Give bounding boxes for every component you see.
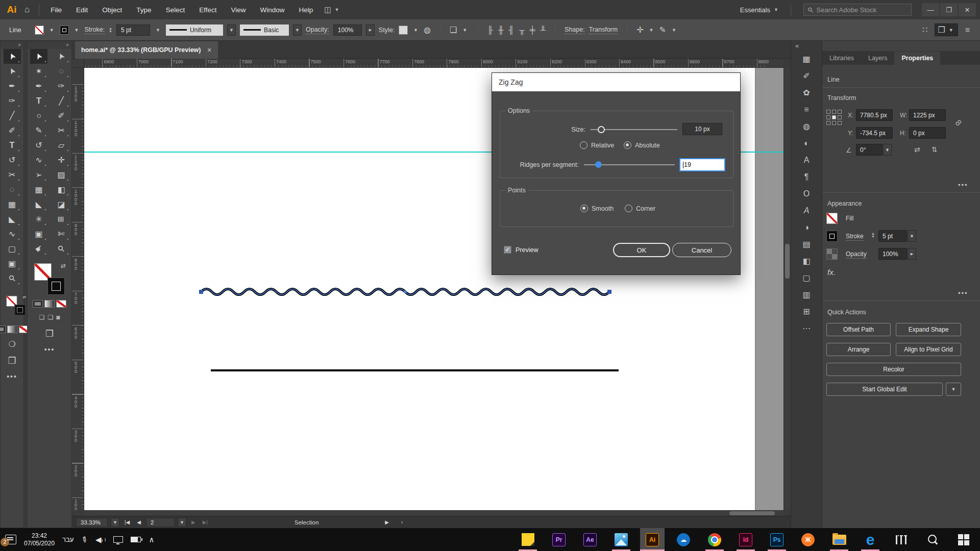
chevron-down-icon[interactable]: ▼ bbox=[648, 28, 655, 33]
stroke-weight-value[interactable]: 5 pt bbox=[116, 24, 150, 36]
menu-object[interactable]: Object bbox=[96, 4, 128, 16]
selection-tool[interactable]: ➤ bbox=[30, 49, 47, 64]
mesh-tool[interactable]: ▦ bbox=[4, 197, 21, 212]
straight-line-artwork[interactable] bbox=[211, 369, 619, 371]
more-panels-icon[interactable]: ⋯ bbox=[798, 324, 815, 333]
zoom-tool[interactable]: ⚲ bbox=[4, 271, 21, 286]
layers-panel-icon[interactable]: ▥ bbox=[798, 291, 815, 299]
battery-icon[interactable] bbox=[131, 537, 141, 542]
color-mode-button[interactable] bbox=[33, 300, 43, 308]
cancel-button[interactable]: Cancel bbox=[672, 243, 731, 257]
sticky-notes-taskbar-button[interactable] bbox=[516, 528, 540, 551]
menu-help[interactable]: Help bbox=[292, 4, 319, 16]
xampp-taskbar-button[interactable]: Ж bbox=[796, 528, 820, 551]
isolate-selection-icon[interactable]: ✛ bbox=[636, 25, 643, 35]
workspace-switcher[interactable]: Essentials ▼ bbox=[740, 6, 778, 14]
previous-artboard-button[interactable]: ◀ bbox=[135, 519, 143, 525]
align-icon-0[interactable]: ╟ bbox=[487, 26, 493, 34]
align-icon-1[interactable]: ╫ bbox=[498, 26, 504, 34]
recolor-button[interactable]: Recolor bbox=[826, 363, 961, 376]
menu-file[interactable]: File bbox=[44, 4, 68, 16]
width-profile-dropdown[interactable]: Uniform bbox=[166, 24, 223, 36]
status-expand-icon[interactable]: ▶ bbox=[383, 519, 391, 525]
reference-point-locator[interactable] bbox=[826, 110, 842, 125]
recolor-artwork-icon[interactable]: ◍ bbox=[424, 25, 431, 35]
dialog-title-bar[interactable]: Zig Zag bbox=[492, 73, 740, 91]
chevron-down-icon[interactable]: ▼ bbox=[293, 24, 302, 36]
transform-more-options[interactable]: ••• bbox=[958, 181, 968, 189]
menu-view[interactable]: View bbox=[225, 4, 252, 16]
link-dimensions-icon[interactable]: 8 bbox=[953, 118, 963, 128]
menu-select[interactable]: Select bbox=[160, 4, 191, 16]
align-icon-4[interactable]: ╪ bbox=[530, 26, 535, 34]
opacity-field[interactable]: 100% bbox=[878, 248, 907, 260]
zoom-tool[interactable]: ⚲ bbox=[53, 241, 70, 256]
toolbar-expand-button[interactable]: » bbox=[28, 41, 71, 49]
photos-taskbar-button[interactable] bbox=[609, 528, 633, 551]
tab-libraries[interactable]: Libraries bbox=[822, 52, 861, 65]
scissors-tool[interactable]: ✂ bbox=[4, 167, 21, 182]
document-tab[interactable]: home.ai* @ 33.33% (RGB/GPU Preview) ✕ bbox=[75, 41, 218, 59]
brush-definition-dropdown[interactable]: Basic bbox=[240, 24, 289, 36]
pathfinder-panel-icon[interactable]: ◧ bbox=[798, 257, 815, 265]
vertical-scrollbar[interactable] bbox=[783, 68, 791, 510]
arrange-button[interactable]: Arrange bbox=[826, 343, 891, 356]
direct-selection-tool[interactable]: ➤ bbox=[53, 49, 70, 64]
perspective-grid-tool[interactable]: ▨ bbox=[53, 167, 70, 182]
selection-tool[interactable]: ➤ bbox=[4, 49, 21, 64]
artboards-panel-icon[interactable]: ▢ bbox=[798, 274, 815, 282]
global-edit-options-chevron[interactable]: ▼ bbox=[946, 383, 961, 396]
pen-icon[interactable]: ✎ bbox=[79, 534, 90, 545]
ridges-slider[interactable] bbox=[584, 164, 675, 165]
align-icon-5[interactable]: ╨ bbox=[540, 26, 546, 34]
shear-icon[interactable]: ✎ bbox=[659, 25, 666, 35]
screen-mode-icon[interactable]: ❐ bbox=[45, 328, 54, 339]
opacity-value[interactable]: 100% bbox=[333, 24, 362, 36]
line-segment-tool[interactable]: ╱ bbox=[4, 108, 21, 123]
absolute-radio[interactable] bbox=[624, 141, 631, 149]
search-taskbar-button[interactable] bbox=[920, 528, 945, 551]
paintbrush-tool[interactable]: ✐ bbox=[4, 123, 21, 138]
gradient-panel-icon[interactable]: ◍ bbox=[798, 122, 815, 131]
after-effects-taskbar-button[interactable]: Ae bbox=[578, 528, 602, 551]
type-tool[interactable]: T bbox=[30, 93, 47, 108]
size-slider-handle[interactable] bbox=[598, 126, 605, 133]
arrange-documents-button[interactable]: ◫ ▼ bbox=[324, 5, 339, 14]
ridges-slider-handle[interactable] bbox=[595, 161, 602, 168]
flip-vertical-icon[interactable]: ⇅ bbox=[932, 145, 938, 154]
indesign-taskbar-button[interactable]: Id bbox=[733, 528, 758, 551]
graphic-style-swatch[interactable] bbox=[399, 26, 408, 35]
first-artboard-button[interactable]: |◀ bbox=[122, 519, 132, 525]
relative-radio[interactable] bbox=[580, 141, 587, 149]
fill-swatch[interactable] bbox=[826, 213, 838, 224]
line-segment-tool[interactable]: ╱ bbox=[53, 93, 70, 108]
flip-horizontal-icon[interactable]: ⇄ bbox=[914, 145, 920, 154]
start-global-edit-button[interactable]: Start Global Edit bbox=[826, 383, 943, 396]
swatches-panel-icon[interactable]: ▦ bbox=[798, 55, 815, 63]
ok-button[interactable]: OK bbox=[613, 243, 670, 257]
dock-collapse-button[interactable]: « bbox=[791, 41, 822, 51]
stroke-color-swatch[interactable] bbox=[60, 26, 69, 35]
flyout-arrow-icon[interactable]: ▼ bbox=[908, 248, 916, 260]
anchor-point[interactable] bbox=[607, 290, 611, 294]
menu-edit[interactable]: Edit bbox=[70, 4, 94, 16]
brushes-panel-icon[interactable]: ✐ bbox=[798, 72, 815, 80]
creative-cloud-taskbar-button[interactable]: ☁ bbox=[671, 528, 696, 551]
status-collapse-icon[interactable]: ‹ bbox=[399, 519, 405, 525]
chevron-down-icon[interactable]: ▼ bbox=[883, 144, 892, 156]
paragraph-panel-icon[interactable]: ¶ bbox=[798, 173, 815, 181]
hidden-icons-chevron[interactable]: ∧ bbox=[149, 535, 154, 544]
stroke-proxy-swatch[interactable] bbox=[47, 278, 65, 295]
rotate-tool[interactable]: ↺ bbox=[30, 138, 47, 153]
edit-toolbar-icon[interactable]: ••• bbox=[44, 345, 55, 354]
file-explorer-taskbar-button[interactable] bbox=[827, 528, 851, 551]
menu-effect[interactable]: Effect bbox=[193, 4, 223, 16]
h-field[interactable]: 0 px bbox=[909, 127, 946, 139]
restore-button[interactable]: ❐ bbox=[940, 3, 958, 16]
zoom-level-field[interactable]: 33.33% bbox=[76, 518, 108, 527]
chevron-down-icon[interactable]: ▼ bbox=[154, 28, 162, 33]
stroke-weight-stepper[interactable]: ▲▼ bbox=[109, 27, 112, 33]
stroke-swatch[interactable] bbox=[826, 231, 838, 242]
fill-stroke-proxy[interactable]: ⇄ bbox=[34, 263, 65, 295]
mesh-tool[interactable]: ▦ bbox=[30, 182, 47, 197]
